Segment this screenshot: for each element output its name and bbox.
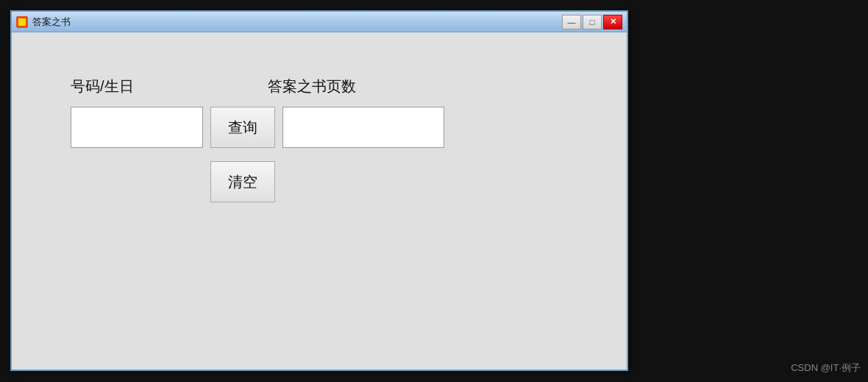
title-bar-buttons: — □ ✕ — [562, 15, 622, 29]
window-body: 号码/生日 答案之书页数 查询 清空 — [12, 32, 627, 369]
number-birthday-input[interactable] — [71, 107, 203, 148]
maximize-button[interactable]: □ — [583, 15, 602, 29]
output-label: 答案之书页数 — [268, 77, 430, 96]
minimize-button[interactable]: — — [562, 15, 581, 29]
app-icon-inner — [18, 18, 26, 26]
app-icon — [16, 16, 28, 28]
close-button[interactable]: ✕ — [603, 15, 622, 29]
desktop: 答案之书 — □ ✕ 号码/生日 答案之书页数 查询 — [0, 0, 868, 382]
clear-row: 清空 — [71, 161, 627, 202]
page-number-output[interactable] — [282, 107, 444, 148]
query-button[interactable]: 查询 — [210, 107, 275, 148]
title-bar-left: 答案之书 — [16, 15, 71, 29]
clear-button[interactable]: 清空 — [210, 161, 275, 202]
input-label: 号码/生日 — [71, 77, 203, 96]
watermark: CSDN @IT·例子 — [791, 361, 861, 375]
app-window: 答案之书 — □ ✕ 号码/生日 答案之书页数 查询 — [10, 10, 628, 371]
inputs-row: 查询 — [71, 107, 627, 148]
window-title: 答案之书 — [32, 15, 71, 29]
title-bar: 答案之书 — □ ✕ — [12, 12, 627, 32]
labels-row: 号码/生日 答案之书页数 — [71, 77, 627, 96]
